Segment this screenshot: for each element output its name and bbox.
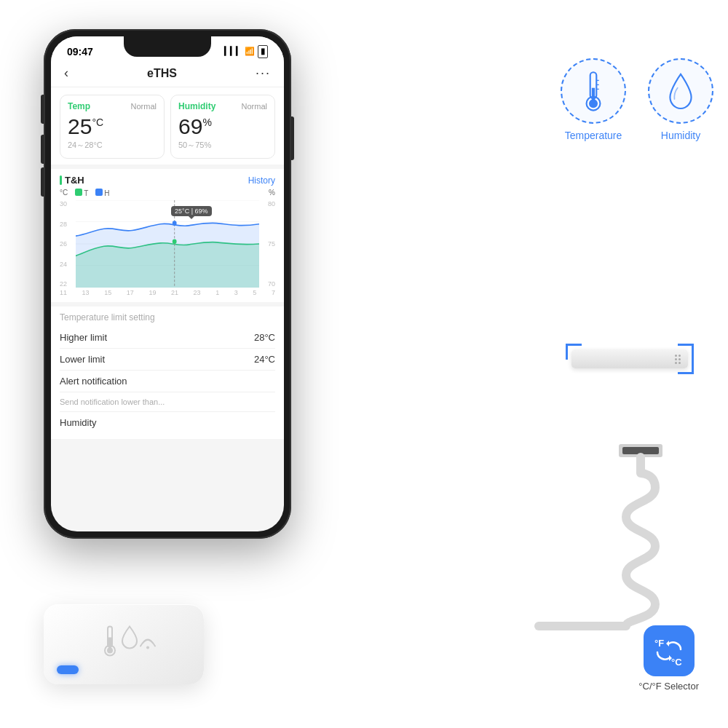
sensor-probe-wrapper (571, 349, 688, 368)
settings-row-humidity[interactable]: Humidity (60, 412, 275, 433)
celsius-fahrenheit-badge-area: °F °C °C/°F Selector (638, 625, 699, 692)
chart-tooltip: 25°C | 69% (171, 206, 211, 216)
lower-limit-label: Lower limit (60, 354, 105, 365)
svg-point-19 (107, 648, 113, 654)
chart-legend: °C T H % (60, 189, 275, 197)
svg-rect-20 (108, 638, 111, 649)
celsius-fahrenheit-badge: °F °C (644, 625, 695, 676)
chart-x-labels: 111315171921231357 (60, 288, 275, 296)
humidity-range: 50～75% (178, 140, 267, 151)
back-button[interactable]: ‹ (64, 66, 68, 81)
higher-limit-value: 28°C (254, 332, 275, 343)
battery-icon: ▮ (258, 45, 268, 58)
droplet-icon (662, 69, 699, 113)
legend-h: H (95, 189, 109, 197)
thermometer-icon (575, 69, 612, 113)
temp-label: Temp (68, 101, 90, 111)
device-brand-icon (100, 623, 159, 660)
humidity-label: Humidity (178, 101, 215, 111)
wifi-icon: 📶 (245, 47, 255, 56)
phone-mockup: 09:47 ▎▎▎ 📶 ▮ ‹ eTHS ··· Temp (44, 29, 291, 539)
device-led (57, 665, 79, 674)
cable-svg (495, 437, 684, 655)
temperature-icon-circle (561, 58, 626, 124)
chart-inner: 25°C | 69% (76, 200, 259, 288)
humidity-setting-label: Humidity (60, 417, 97, 428)
sensor-probe-body (571, 349, 688, 368)
unit-right: % (269, 189, 275, 197)
sensor-probe-area (571, 349, 688, 368)
settings-row-higher[interactable]: Higher limit 28°C (60, 327, 275, 349)
signal-icon: ▎▎▎ (224, 47, 242, 56)
humidity-icon-circle (648, 58, 713, 124)
chart-area: 3028262422 807570 (60, 200, 275, 288)
lower-limit-value: 24°C (254, 354, 275, 365)
svg-rect-11 (592, 88, 595, 100)
settings-row-lower[interactable]: Lower limit 24°C (60, 349, 275, 371)
more-button[interactable]: ··· (256, 66, 271, 81)
corner-br-bracket (678, 358, 694, 374)
higher-limit-label: Higher limit (60, 332, 107, 343)
humidity-status: Normal (242, 102, 267, 111)
alert-notification-label: Alert notification (60, 376, 127, 387)
temperature-feature: Temperature (561, 58, 626, 141)
chart-history-button[interactable]: History (248, 175, 275, 186)
chart-section: T&H History °C T H % 3028262422 807570 (51, 169, 284, 302)
unit-left: °C (60, 189, 68, 197)
phone-screen: 09:47 ▎▎▎ 📶 ▮ ‹ eTHS ··· Temp (51, 36, 284, 531)
humidity-card[interactable]: Humidity Normal 69% 50～75% (170, 95, 275, 159)
temperature-label: Temperature (565, 130, 622, 141)
settings-row-send: Send notification lower than... (60, 392, 275, 412)
status-icons: ▎▎▎ 📶 ▮ (224, 45, 268, 58)
chart-title: T&H (60, 175, 84, 186)
phone-shell: 09:47 ▎▎▎ 📶 ▮ ‹ eTHS ··· Temp (44, 29, 291, 539)
app-title: eTHS (147, 67, 177, 80)
corner-tl-bracket (566, 344, 582, 360)
temp-value: 25°C (68, 114, 157, 138)
app-header: ‹ eTHS ··· (51, 61, 284, 87)
svg-text:°F: °F (654, 638, 664, 649)
settings-section: Temperature limit setting Higher limit 2… (51, 306, 284, 439)
device-body (44, 604, 204, 684)
device-logo-icon (100, 623, 159, 666)
humidity-value: 69% (178, 114, 267, 138)
legend-t: T (75, 189, 88, 197)
humidity-label: Humidity (661, 130, 700, 141)
sensor-cards: Temp Normal 25°C 24～28°C Humidity Normal (51, 87, 284, 165)
svg-point-7 (173, 221, 177, 226)
settings-title: Temperature limit setting (60, 312, 275, 323)
svg-point-6 (173, 239, 177, 244)
chart-y-right: 807570 (268, 200, 275, 288)
phone-notch (124, 36, 211, 57)
svg-text:°C: °C (671, 657, 682, 668)
chart-svg (76, 200, 259, 288)
temp-status: Normal (131, 102, 157, 111)
temp-range: 24～28°C (68, 140, 157, 151)
celsius-fahrenheit-label: °C/°F Selector (638, 681, 699, 692)
svg-marker-24 (666, 641, 669, 646)
settings-row-alert[interactable]: Alert notification (60, 371, 275, 392)
feature-icons: Temperature Humidity (561, 58, 713, 141)
humidity-feature: Humidity (648, 58, 713, 141)
cable-coils (495, 437, 684, 655)
svg-point-21 (146, 646, 149, 649)
svg-point-10 (589, 99, 598, 108)
status-time: 09:47 (67, 46, 93, 58)
celsius-fahrenheit-icon: °F °C (652, 633, 687, 668)
send-notification-label: Send notification lower than... (60, 397, 165, 406)
chart-y-left: 3028262422 (60, 200, 67, 288)
corner-tr-bracket (678, 344, 694, 360)
temp-card[interactable]: Temp Normal 25°C 24～28°C (60, 95, 165, 159)
